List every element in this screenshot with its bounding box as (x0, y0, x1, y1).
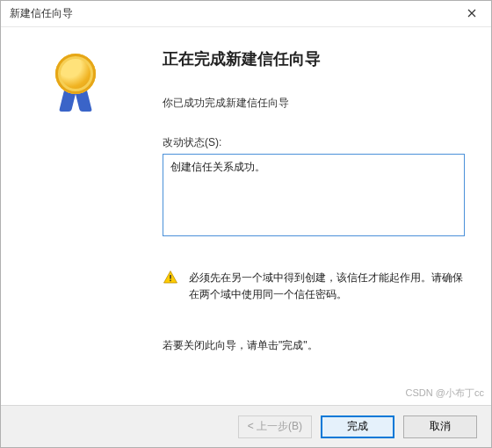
warning-icon (163, 270, 178, 303)
cancel-button[interactable]: 取消 (403, 415, 477, 438)
closing-instruction: 若要关闭此向导，请单击"完成"。 (163, 338, 465, 353)
wizard-content: 正在完成新建信任向导 你已成功完成新建信任向导 改动状态(S): 必须先在另一个… (1, 27, 491, 405)
wizard-window: 新建信任向导 正在完成新建信任向导 你已成功完成新建信任向导 改动状态(S): (0, 0, 492, 448)
wizard-side-panel (1, 27, 150, 405)
wizard-main-panel: 正在完成新建信任向导 你已成功完成新建信任向导 改动状态(S): 必须先在另一个… (150, 27, 491, 405)
finish-button[interactable]: 完成 (321, 415, 394, 438)
svg-rect-1 (170, 280, 171, 282)
titlebar: 新建信任向导 (1, 1, 491, 27)
wizard-footer: < 上一步(B) 完成 取消 (1, 405, 491, 447)
award-medal-icon (51, 54, 100, 115)
back-button: < 上一步(B) (238, 415, 312, 438)
success-message: 你已成功完成新建信任向导 (163, 96, 465, 111)
status-label: 改动状态(S): (163, 135, 465, 150)
warning-block: 必须先在另一个域中得到创建，该信任才能起作用。请确保在两个域中使用同一个信任密码… (163, 270, 465, 303)
warning-text: 必须先在另一个域中得到创建，该信任才能起作用。请确保在两个域中使用同一个信任密码… (189, 270, 465, 303)
page-title: 正在完成新建信任向导 (163, 48, 465, 69)
window-close-button[interactable] (452, 1, 491, 27)
svg-rect-0 (170, 275, 171, 279)
status-textarea[interactable] (163, 154, 465, 236)
window-title: 新建信任向导 (10, 6, 73, 21)
close-icon (467, 7, 476, 20)
